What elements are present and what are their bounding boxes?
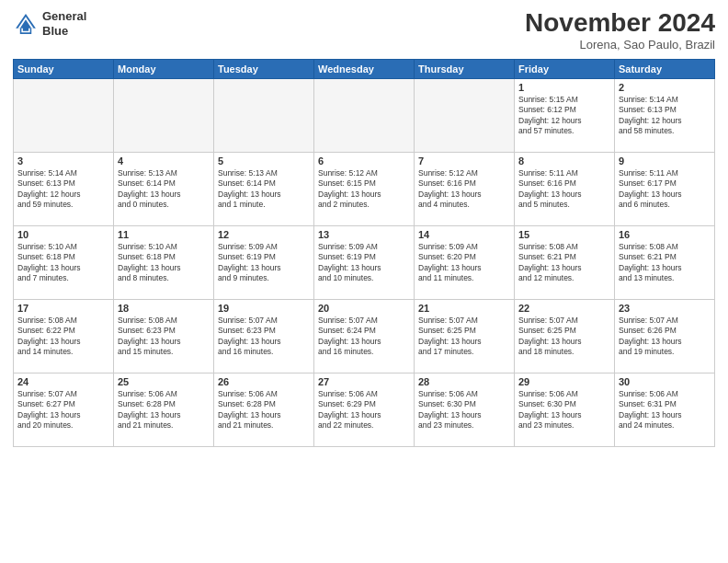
day-number: 4 — [118, 155, 210, 167]
month-title: November 2024 — [525, 9, 715, 38]
header: General Blue November 2024 Lorena, Sao P… — [13, 9, 715, 52]
day-number: 27 — [318, 376, 410, 387]
calendar-cell: 21Sunrise: 5:07 AMSunset: 6:25 PMDayligh… — [415, 299, 515, 373]
logo-text: General Blue — [42, 9, 86, 38]
calendar-cell: 12Sunrise: 5:09 AMSunset: 6:19 PMDayligh… — [214, 225, 314, 299]
day-info: Sunrise: 5:09 AMSunset: 6:19 PMDaylight:… — [218, 242, 310, 284]
day-number: 23 — [619, 303, 711, 314]
calendar-cell — [415, 78, 515, 152]
calendar-cell: 8Sunrise: 5:11 AMSunset: 6:16 PMDaylight… — [515, 152, 615, 225]
col-sunday: Sunday — [14, 59, 114, 78]
day-number: 12 — [218, 229, 310, 240]
day-info: Sunrise: 5:07 AMSunset: 6:24 PMDaylight:… — [318, 316, 410, 358]
calendar-cell: 25Sunrise: 5:06 AMSunset: 6:28 PMDayligh… — [114, 373, 214, 446]
day-info: Sunrise: 5:09 AMSunset: 6:20 PMDaylight:… — [418, 242, 510, 284]
day-info: Sunrise: 5:13 AMSunset: 6:14 PMDaylight:… — [218, 168, 310, 211]
calendar-table: Sunday Monday Tuesday Wednesday Thursday… — [13, 59, 715, 447]
day-number: 13 — [318, 229, 410, 240]
calendar-cell: 5Sunrise: 5:13 AMSunset: 6:14 PMDaylight… — [214, 152, 314, 225]
day-number: 3 — [17, 155, 109, 167]
day-info: Sunrise: 5:07 AMSunset: 6:25 PMDaylight:… — [518, 316, 610, 358]
day-info: Sunrise: 5:07 AMSunset: 6:26 PMDaylight:… — [619, 316, 711, 358]
day-info: Sunrise: 5:11 AMSunset: 6:16 PMDaylight:… — [518, 168, 610, 211]
col-friday: Friday — [515, 59, 615, 78]
calendar-cell: 18Sunrise: 5:08 AMSunset: 6:23 PMDayligh… — [114, 299, 214, 373]
day-number: 25 — [118, 376, 210, 387]
calendar-cell: 10Sunrise: 5:10 AMSunset: 6:18 PMDayligh… — [14, 225, 114, 299]
day-info: Sunrise: 5:15 AMSunset: 6:12 PMDaylight:… — [518, 95, 610, 137]
title-block: November 2024 Lorena, Sao Paulo, Brazil — [525, 9, 715, 52]
day-info: Sunrise: 5:12 AMSunset: 6:16 PMDaylight:… — [418, 168, 510, 211]
page: General Blue November 2024 Lorena, Sao P… — [0, 0, 728, 563]
day-number: 17 — [17, 303, 109, 314]
day-info: Sunrise: 5:08 AMSunset: 6:22 PMDaylight:… — [17, 316, 109, 358]
day-info: Sunrise: 5:08 AMSunset: 6:21 PMDaylight:… — [619, 242, 711, 284]
calendar-cell: 20Sunrise: 5:07 AMSunset: 6:24 PMDayligh… — [314, 299, 415, 373]
day-info: Sunrise: 5:10 AMSunset: 6:18 PMDaylight:… — [118, 242, 210, 284]
day-number: 2 — [619, 82, 711, 93]
calendar-cell: 28Sunrise: 5:06 AMSunset: 6:30 PMDayligh… — [415, 373, 515, 446]
calendar-cell: 22Sunrise: 5:07 AMSunset: 6:25 PMDayligh… — [515, 299, 615, 373]
day-number: 8 — [518, 155, 610, 167]
calendar-cell: 27Sunrise: 5:06 AMSunset: 6:29 PMDayligh… — [314, 373, 415, 446]
day-info: Sunrise: 5:08 AMSunset: 6:23 PMDaylight:… — [118, 316, 210, 358]
calendar-cell: 24Sunrise: 5:07 AMSunset: 6:27 PMDayligh… — [14, 373, 114, 446]
day-number: 19 — [218, 303, 310, 314]
day-number: 30 — [619, 376, 711, 387]
calendar-cell: 7Sunrise: 5:12 AMSunset: 6:16 PMDaylight… — [415, 152, 515, 225]
calendar-cell: 26Sunrise: 5:06 AMSunset: 6:28 PMDayligh… — [214, 373, 314, 446]
calendar-cell: 19Sunrise: 5:07 AMSunset: 6:23 PMDayligh… — [214, 299, 314, 373]
col-thursday: Thursday — [415, 59, 515, 78]
day-number: 7 — [418, 155, 510, 167]
day-info: Sunrise: 5:08 AMSunset: 6:21 PMDaylight:… — [518, 242, 610, 284]
calendar-cell: 14Sunrise: 5:09 AMSunset: 6:20 PMDayligh… — [415, 225, 515, 299]
day-number: 29 — [518, 376, 610, 387]
location-subtitle: Lorena, Sao Paulo, Brazil — [525, 38, 715, 52]
day-number: 22 — [518, 303, 610, 314]
day-info: Sunrise: 5:14 AMSunset: 6:13 PMDaylight:… — [619, 95, 711, 137]
day-number: 14 — [418, 229, 510, 240]
calendar-cell — [214, 78, 314, 152]
day-number: 9 — [619, 155, 711, 167]
logo: General Blue — [13, 9, 86, 38]
calendar-cell: 2Sunrise: 5:14 AMSunset: 6:13 PMDaylight… — [615, 78, 715, 152]
calendar-cell: 13Sunrise: 5:09 AMSunset: 6:19 PMDayligh… — [314, 225, 415, 299]
day-info: Sunrise: 5:10 AMSunset: 6:18 PMDaylight:… — [17, 242, 109, 284]
day-number: 26 — [218, 376, 310, 387]
day-number: 5 — [218, 155, 310, 167]
day-number: 1 — [518, 82, 610, 93]
calendar-cell: 9Sunrise: 5:11 AMSunset: 6:17 PMDaylight… — [615, 152, 715, 225]
calendar-cell — [314, 78, 415, 152]
day-number: 18 — [118, 303, 210, 314]
calendar-cell — [114, 78, 214, 152]
calendar-week-row: 3Sunrise: 5:14 AMSunset: 6:13 PMDaylight… — [14, 152, 715, 225]
day-info: Sunrise: 5:07 AMSunset: 6:27 PMDaylight:… — [17, 389, 109, 431]
col-tuesday: Tuesday — [214, 59, 314, 78]
day-number: 28 — [418, 376, 510, 387]
calendar-cell: 29Sunrise: 5:06 AMSunset: 6:30 PMDayligh… — [515, 373, 615, 446]
day-number: 15 — [518, 229, 610, 240]
day-number: 6 — [318, 155, 410, 167]
day-info: Sunrise: 5:06 AMSunset: 6:30 PMDaylight:… — [518, 389, 610, 431]
day-info: Sunrise: 5:09 AMSunset: 6:19 PMDaylight:… — [318, 242, 410, 284]
day-number: 10 — [17, 229, 109, 240]
calendar-cell: 15Sunrise: 5:08 AMSunset: 6:21 PMDayligh… — [515, 225, 615, 299]
calendar-cell: 4Sunrise: 5:13 AMSunset: 6:14 PMDaylight… — [114, 152, 214, 225]
logo-icon — [13, 11, 39, 37]
calendar-week-row: 24Sunrise: 5:07 AMSunset: 6:27 PMDayligh… — [14, 373, 715, 446]
day-info: Sunrise: 5:13 AMSunset: 6:14 PMDaylight:… — [118, 168, 210, 211]
day-number: 24 — [17, 376, 109, 387]
calendar-header-row: Sunday Monday Tuesday Wednesday Thursday… — [14, 59, 715, 78]
day-info: Sunrise: 5:11 AMSunset: 6:17 PMDaylight:… — [619, 168, 711, 211]
day-info: Sunrise: 5:06 AMSunset: 6:30 PMDaylight:… — [418, 389, 510, 431]
calendar-cell: 17Sunrise: 5:08 AMSunset: 6:22 PMDayligh… — [14, 299, 114, 373]
calendar-cell: 23Sunrise: 5:07 AMSunset: 6:26 PMDayligh… — [615, 299, 715, 373]
day-info: Sunrise: 5:07 AMSunset: 6:25 PMDaylight:… — [418, 316, 510, 358]
col-saturday: Saturday — [615, 59, 715, 78]
day-number: 20 — [318, 303, 410, 314]
day-number: 11 — [118, 229, 210, 240]
calendar-cell: 16Sunrise: 5:08 AMSunset: 6:21 PMDayligh… — [615, 225, 715, 299]
calendar-week-row: 17Sunrise: 5:08 AMSunset: 6:22 PMDayligh… — [14, 299, 715, 373]
col-wednesday: Wednesday — [314, 59, 415, 78]
day-info: Sunrise: 5:06 AMSunset: 6:29 PMDaylight:… — [318, 389, 410, 431]
